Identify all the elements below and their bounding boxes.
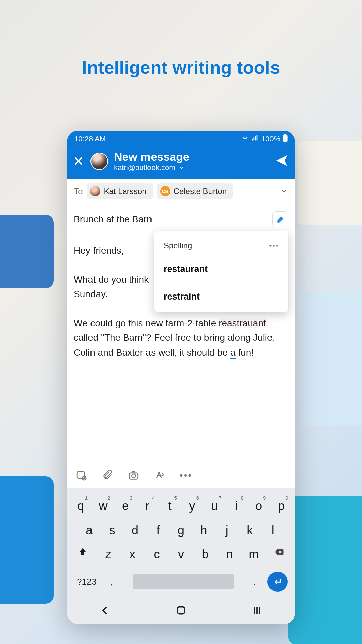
phone-frame: 10:28 AM 100% ✕ New message katri@outloo… [67, 131, 295, 624]
key-o[interactable]: 9o [249, 496, 268, 517]
text-format-button[interactable] [154, 469, 166, 482]
key-n[interactable]: n [220, 544, 239, 565]
key-v[interactable]: v [171, 544, 191, 565]
calendar-attach-button[interactable] [75, 469, 88, 482]
spacebar-key[interactable] [133, 574, 234, 589]
signal-icon [251, 134, 259, 144]
chevron-down-icon [179, 165, 185, 171]
three-lines-icon [251, 604, 263, 616]
key-w[interactable]: 2w [94, 496, 113, 517]
key-y[interactable]: 6y [182, 496, 202, 517]
svg-rect-10 [177, 607, 184, 614]
recipient-name: Kat Larsson [104, 186, 146, 196]
account-email: katri@outlook.com [114, 163, 175, 172]
grammar-span[interactable]: a [230, 347, 236, 359]
message-body[interactable]: Spelling ••• restaurant restraint Hey fr… [67, 235, 295, 463]
close-icon[interactable]: ✕ [73, 154, 84, 169]
backspace-key[interactable] [268, 544, 290, 560]
key-t[interactable]: 5t [160, 496, 180, 517]
enter-key[interactable] [267, 572, 288, 592]
key-r[interactable]: 4r [138, 496, 157, 517]
misspelled-word[interactable]: reastrauant [219, 318, 266, 328]
key-k[interactable]: k [240, 520, 259, 541]
key-i[interactable]: 8i [227, 496, 246, 517]
period-key[interactable]: . [251, 573, 259, 591]
promo-headline: Intelligent writing tools [82, 57, 280, 78]
editor-button[interactable] [272, 211, 288, 227]
back-button[interactable] [99, 604, 111, 618]
key-a[interactable]: a [79, 520, 99, 541]
key-d[interactable]: d [125, 520, 145, 541]
svg-point-9 [132, 474, 135, 478]
recipient-name: Celeste Burton [174, 186, 227, 196]
grammar-span[interactable]: Colin and [74, 347, 113, 358]
comma-key[interactable]: , [108, 573, 116, 591]
key-f[interactable]: f [148, 520, 168, 541]
system-nav-bar [67, 597, 295, 624]
key-p[interactable]: 0p [272, 496, 291, 517]
key-e[interactable]: 3e [116, 496, 135, 517]
expand-recipients-button[interactable] [280, 186, 288, 196]
spelling-suggestion[interactable]: restaurant [154, 256, 288, 283]
shift-key[interactable] [72, 544, 94, 560]
svg-rect-4 [283, 135, 287, 142]
status-bar: 10:28 AM 100% [67, 131, 295, 145]
enter-icon [273, 577, 283, 587]
key-q[interactable]: 1q [71, 496, 90, 517]
svg-rect-2 [255, 136, 256, 141]
key-m[interactable]: m [244, 544, 263, 565]
spelling-suggestion[interactable]: restraint [154, 283, 288, 311]
spelling-popup: Spelling ••• restaurant restraint [154, 231, 288, 312]
backspace-icon [273, 547, 285, 557]
key-s[interactable]: s [103, 520, 122, 541]
body-line: We could go this new farm-2-table reastr… [74, 316, 288, 360]
key-c[interactable]: c [147, 544, 167, 565]
camera-button[interactable] [127, 469, 140, 482]
key-g[interactable]: g [171, 520, 191, 541]
svg-rect-0 [252, 139, 253, 141]
body-text: What do you think [74, 274, 149, 285]
keyboard: 1q2w3e4r5t6y7u8i9o0p asdfghjkl zxcvbnm ?… [67, 488, 295, 597]
to-field-row[interactable]: To Kat Larsson CB Celeste Burton [67, 179, 295, 204]
battery-text: 100% [261, 135, 280, 143]
key-x[interactable]: x [123, 544, 142, 565]
home-button[interactable] [175, 604, 187, 618]
subject-text: Brunch at the Barn [74, 214, 152, 225]
account-switcher[interactable]: katri@outlook.com [114, 163, 268, 172]
recipient-chip[interactable]: Kat Larsson [87, 183, 153, 199]
shift-icon [78, 547, 88, 557]
chevron-left-icon [99, 604, 111, 616]
subject-row[interactable]: Brunch at the Barn [67, 204, 295, 235]
symbols-key[interactable]: ?123 [74, 573, 99, 591]
send-button[interactable] [274, 153, 289, 169]
spelling-more-button[interactable]: ••• [269, 240, 279, 251]
account-avatar[interactable] [90, 153, 108, 170]
wifi-icon [241, 134, 249, 144]
status-time: 10:28 AM [74, 135, 106, 143]
avatar: CB [160, 186, 170, 196]
recents-button[interactable] [251, 604, 263, 618]
key-j[interactable]: j [217, 520, 237, 541]
body-text: We could go this new farm-2-table [74, 318, 219, 328]
chevron-down-icon [280, 186, 288, 195]
avatar [90, 186, 100, 196]
battery-icon [283, 134, 288, 144]
more-button[interactable]: ••• [180, 469, 192, 482]
key-l[interactable]: l [263, 520, 283, 541]
square-icon [175, 604, 187, 616]
attachment-button[interactable] [101, 469, 114, 482]
key-h[interactable]: h [194, 520, 214, 541]
header-title: New message [114, 150, 268, 163]
paintbrush-icon [276, 215, 285, 224]
body-text: fun! [236, 347, 254, 358]
recipient-chip[interactable]: CB Celeste Burton [157, 183, 233, 199]
compose-header: ✕ New message katri@outlook.com [67, 145, 295, 179]
to-label: To [74, 186, 83, 197]
key-b[interactable]: b [195, 544, 215, 565]
key-u[interactable]: 7u [205, 496, 224, 517]
svg-rect-5 [284, 134, 287, 135]
key-z[interactable]: z [99, 544, 118, 565]
compose-toolbar: ••• [67, 463, 295, 488]
spelling-title: Spelling [164, 239, 192, 252]
body-text: Sunday. [74, 289, 108, 299]
